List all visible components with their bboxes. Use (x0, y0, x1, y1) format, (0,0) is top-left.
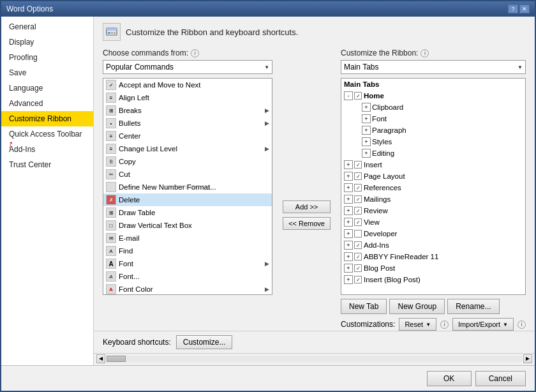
add-button[interactable]: Add >> (283, 200, 331, 213)
expand-icon[interactable]: + (362, 149, 371, 158)
list-item[interactable]: ⊞ Draw Table (103, 206, 272, 219)
sidebar-item-general[interactable]: General (1, 19, 93, 34)
expand-icon[interactable]: + (344, 264, 353, 273)
expand-icon[interactable]: + (344, 218, 353, 227)
list-item[interactable]: □ Draw Vertical Text Box (103, 219, 272, 232)
tree-item[interactable]: + ABBYY FineReader 11 (341, 251, 525, 262)
help-button[interactable]: ? (508, 4, 518, 13)
commands-dropdown[interactable]: Popular Commands ▼ (103, 60, 272, 74)
cancel-button[interactable]: Cancel (475, 371, 526, 386)
list-item[interactable]: ✂ Cut (103, 168, 272, 181)
expand-icon[interactable]: + (344, 183, 353, 192)
tree-item[interactable]: + Paragraph (341, 124, 525, 136)
scroll-thumb[interactable] (107, 356, 126, 362)
ribbon-tree[interactable]: Main Tabs - Home + Clipboard (341, 78, 526, 295)
list-item[interactable]: ⊞ Breaks ▶ (103, 104, 272, 117)
close-button[interactable]: ✕ (519, 4, 530, 13)
tree-item[interactable]: + Insert (341, 159, 525, 170)
expand-icon[interactable]: + (362, 114, 371, 123)
list-item[interactable]: A Font Color ▶ (103, 283, 272, 295)
right-info-icon[interactable]: i (421, 49, 429, 57)
sidebar-item-display[interactable]: Display (1, 34, 93, 50)
tree-item[interactable]: + Clipboard (341, 102, 525, 113)
tree-item[interactable]: - Home (341, 90, 525, 102)
tree-item[interactable]: + Developer (341, 228, 525, 239)
ribbon-dropdown[interactable]: Main Tabs ▼ (341, 60, 526, 74)
customizations-row: Customizations: Reset ▼ i Import/Export … (341, 318, 526, 331)
check-box[interactable] (354, 92, 362, 100)
expand-icon[interactable]: + (344, 252, 353, 261)
expand-icon[interactable]: + (344, 241, 353, 250)
horizontal-scrollbar[interactable]: ◀ ▶ (94, 353, 535, 363)
list-item[interactable]: ✓ Accept and Move to Next (103, 79, 272, 91)
expand-icon[interactable]: + (344, 229, 353, 238)
rename-button[interactable]: Rename... (447, 299, 499, 314)
tree-item[interactable]: + Blog Post (341, 262, 525, 274)
check-box[interactable] (354, 172, 362, 180)
check-box[interactable] (354, 276, 362, 283)
sidebar-item-quick-access[interactable]: Quick Access Toolbar ↑ (1, 126, 93, 142)
list-item[interactable]: A Font ▶ (103, 257, 272, 270)
reset-info-icon[interactable]: i (440, 320, 449, 329)
list-item[interactable]: Define New Number Format... (103, 181, 272, 193)
expand-icon[interactable]: + (344, 160, 353, 169)
tree-item[interactable]: + View (341, 216, 525, 228)
reset-button[interactable]: Reset ▼ (399, 318, 436, 331)
expand-icon[interactable]: + (344, 275, 353, 284)
tree-item[interactable]: + Font (341, 113, 525, 124)
tree-item[interactable]: + Page Layout (341, 170, 525, 182)
sidebar-item-customize-ribbon[interactable]: Customize Ribbon (1, 111, 93, 126)
list-item[interactable]: ✗ Delete (103, 193, 272, 206)
tree-item[interactable]: + Insert (Blog Post) (341, 274, 525, 285)
list-item[interactable]: A Find (103, 245, 272, 257)
list-item[interactable]: ≡ Change List Level ▶ (103, 142, 272, 155)
check-box[interactable] (354, 195, 362, 203)
sidebar-item-add-ins[interactable]: Add-Ins (1, 142, 93, 157)
new-tab-button[interactable]: New Tab (341, 299, 387, 314)
list-item[interactable]: ⎘ Copy (103, 155, 272, 168)
check-box[interactable] (354, 230, 362, 237)
sidebar-item-advanced[interactable]: Advanced (1, 96, 93, 111)
expand-icon[interactable]: + (362, 103, 371, 112)
tree-item[interactable]: + Editing (341, 147, 525, 159)
check-box[interactable] (354, 264, 362, 272)
tree-item[interactable]: + Review (341, 205, 525, 216)
tree-item[interactable]: + Styles (341, 136, 525, 147)
cmd-icon: • (106, 118, 116, 128)
commands-list[interactable]: ✓ Accept and Move to Next ≡ Align Left ⊞… (103, 78, 272, 295)
check-box[interactable] (354, 253, 362, 260)
list-item[interactable]: ✉ E-mail (103, 232, 272, 245)
check-box[interactable] (354, 241, 362, 249)
sidebar-item-trust-center[interactable]: Trust Center (1, 157, 93, 172)
expand-icon[interactable]: + (344, 206, 353, 215)
check-box[interactable] (354, 218, 362, 226)
scroll-left-button[interactable]: ◀ (96, 354, 105, 363)
sidebar-item-language[interactable]: Language (1, 80, 93, 96)
scroll-track[interactable] (107, 356, 522, 362)
check-box[interactable] (354, 184, 362, 192)
check-box[interactable] (354, 207, 362, 215)
list-item[interactable]: ≡ Center (103, 130, 272, 142)
expand-icon[interactable]: + (362, 126, 371, 135)
list-item[interactable]: • Bullets ▶ (103, 117, 272, 130)
left-info-icon[interactable]: i (191, 49, 199, 57)
expand-icon[interactable]: + (362, 137, 371, 146)
keyboard-customize-button[interactable]: Customize... (176, 335, 233, 349)
expand-icon[interactable]: - (344, 91, 353, 100)
expand-icon[interactable]: + (344, 172, 353, 181)
tree-item[interactable]: + References (341, 182, 525, 193)
new-group-button[interactable]: New Group (389, 299, 445, 314)
list-item[interactable]: ≡ Align Left (103, 91, 272, 104)
list-item[interactable]: A Font... (103, 270, 272, 283)
tree-item[interactable]: + Mailings (341, 193, 525, 205)
sidebar-item-proofing[interactable]: Proofing (1, 50, 93, 65)
import-export-button[interactable]: Import/Export ▼ (452, 318, 514, 331)
sidebar-item-save[interactable]: Save (1, 65, 93, 80)
tree-item[interactable]: + Add-Ins (341, 239, 525, 251)
check-box[interactable] (354, 161, 362, 169)
ok-button[interactable]: OK (427, 371, 472, 386)
scroll-right-button[interactable]: ▶ (523, 354, 532, 363)
remove-button[interactable]: << Remove (283, 217, 331, 230)
expand-icon[interactable]: + (344, 195, 353, 204)
import-export-info-icon[interactable]: i (517, 320, 526, 329)
